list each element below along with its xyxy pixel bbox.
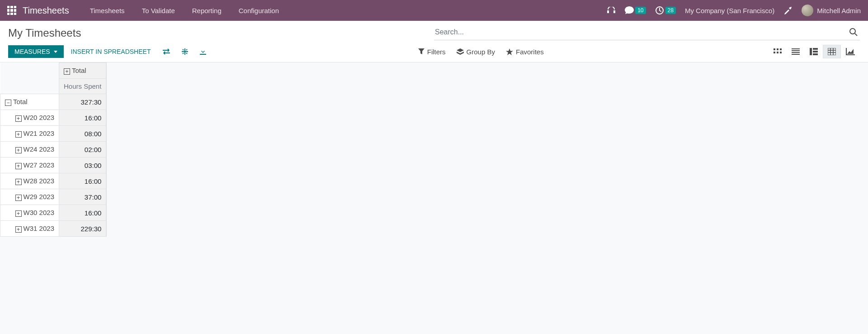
svg-rect-15: [813, 51, 818, 52]
pivot-cell[interactable]: 16:00: [59, 205, 106, 221]
search-icon[interactable]: [847, 26, 860, 38]
pivot-cell[interactable]: 16:00: [59, 110, 106, 126]
pivot-row[interactable]: +W31 2023: [0, 221, 59, 237]
layers-icon: [457, 48, 464, 55]
pivot-row[interactable]: +W30 2023: [0, 205, 59, 221]
svg-rect-7: [777, 52, 778, 53]
pivot-cell[interactable]: 229:30: [59, 221, 106, 237]
pivot-area: +Total Hours Spent −Total327:30+W20 2023…: [0, 62, 868, 238]
view-graph-icon[interactable]: [841, 45, 860, 58]
company-switcher[interactable]: My Company (San Francisco): [685, 7, 774, 14]
flip-axis-icon[interactable]: [158, 46, 175, 57]
pivot-cell[interactable]: 02:00: [59, 142, 106, 157]
svg-rect-6: [774, 52, 775, 53]
pivot-cell[interactable]: 327:30: [59, 94, 106, 110]
svg-rect-14: [813, 48, 818, 50]
pivot-col-total[interactable]: +Total: [59, 63, 106, 79]
view-kanban-icon[interactable]: [769, 45, 787, 58]
main-navbar: Timesheets Timesheets To Validate Report…: [0, 0, 868, 21]
insert-spreadsheet-button[interactable]: Insert in Spreadsheet: [66, 45, 156, 58]
favorites-button[interactable]: Favorites: [506, 48, 544, 56]
expand-icon[interactable]: +: [15, 226, 22, 233]
breadcrumb: My Timesheets: [8, 27, 434, 39]
pivot-row[interactable]: +W28 2023: [0, 173, 59, 189]
view-grid-icon[interactable]: [805, 45, 823, 58]
view-switcher: [769, 45, 860, 58]
user-name: Mitchell Admin: [817, 7, 861, 14]
filters-button[interactable]: Filters: [418, 48, 446, 56]
view-pivot-icon[interactable]: [823, 45, 841, 58]
svg-rect-17: [828, 48, 836, 55]
messages-icon[interactable]: 10: [625, 6, 646, 14]
pivot-cell[interactable]: 08:00: [59, 126, 106, 142]
search-input[interactable]: [434, 25, 847, 39]
svg-rect-4: [777, 48, 778, 50]
activities-icon[interactable]: 28: [655, 6, 676, 15]
pivot-row[interactable]: +W27 2023: [0, 157, 59, 173]
collapse-icon[interactable]: −: [5, 100, 11, 106]
svg-rect-16: [813, 53, 818, 55]
expand-icon[interactable]: +: [15, 195, 22, 201]
measures-label: Measures: [14, 48, 50, 55]
nav-to-validate[interactable]: To Validate: [137, 7, 180, 14]
expand-icon[interactable]: +: [15, 131, 22, 138]
groupby-button[interactable]: Group By: [457, 48, 495, 56]
svg-rect-13: [810, 48, 812, 55]
download-xlsx-icon[interactable]: [195, 45, 211, 58]
svg-line-2: [855, 33, 857, 36]
debug-icon[interactable]: [783, 6, 793, 15]
pivot-table: +Total Hours Spent −Total327:30+W20 2023…: [0, 62, 106, 237]
expand-icon[interactable]: +: [15, 147, 22, 153]
svg-rect-11: [792, 52, 800, 53]
pivot-row[interactable]: +W29 2023: [0, 189, 59, 205]
pivot-corner: [0, 63, 59, 79]
svg-rect-9: [792, 48, 800, 49]
svg-rect-8: [780, 52, 782, 53]
app-brand[interactable]: Timesheets: [23, 5, 69, 16]
svg-rect-12: [792, 54, 800, 55]
star-icon: [506, 48, 513, 55]
expand-icon[interactable]: +: [15, 179, 22, 185]
support-icon[interactable]: [607, 7, 616, 14]
nav-configuration[interactable]: Configuration: [233, 7, 284, 14]
filter-icon: [418, 48, 425, 55]
expand-icon[interactable]: +: [64, 68, 70, 75]
expand-all-icon[interactable]: [177, 45, 193, 58]
pivot-measure[interactable]: Hours Spent: [59, 79, 106, 94]
nav-reporting[interactable]: Reporting: [187, 7, 227, 14]
svg-point-1: [850, 29, 855, 34]
expand-icon[interactable]: +: [15, 163, 22, 169]
pivot-cell[interactable]: 03:00: [59, 157, 106, 173]
view-list-icon[interactable]: [787, 45, 805, 58]
pivot-cell[interactable]: 37:00: [59, 189, 106, 205]
nav-timesheets[interactable]: Timesheets: [85, 7, 130, 14]
pivot-row[interactable]: +W24 2023: [0, 142, 59, 157]
pivot-row[interactable]: +W20 2023: [0, 110, 59, 126]
search-bar[interactable]: [434, 25, 860, 40]
pivot-row-total[interactable]: −Total: [0, 94, 59, 110]
apps-icon[interactable]: [7, 6, 16, 15]
caret-down-icon: [54, 51, 57, 53]
activities-badge: 28: [665, 7, 676, 14]
expand-icon[interactable]: +: [15, 115, 22, 122]
user-menu[interactable]: Mitchell Admin: [802, 5, 861, 16]
measures-button[interactable]: Measures: [8, 45, 64, 58]
pivot-corner: [0, 79, 59, 94]
control-panel: My Timesheets Measures Insert in Spreads…: [0, 21, 868, 62]
messages-badge: 10: [635, 7, 646, 14]
svg-rect-3: [774, 48, 775, 50]
pivot-cell[interactable]: 16:00: [59, 173, 106, 189]
svg-rect-5: [780, 48, 782, 50]
expand-icon[interactable]: +: [15, 210, 22, 217]
svg-rect-10: [792, 50, 800, 51]
pivot-row[interactable]: +W21 2023: [0, 126, 59, 142]
avatar: [802, 5, 813, 16]
